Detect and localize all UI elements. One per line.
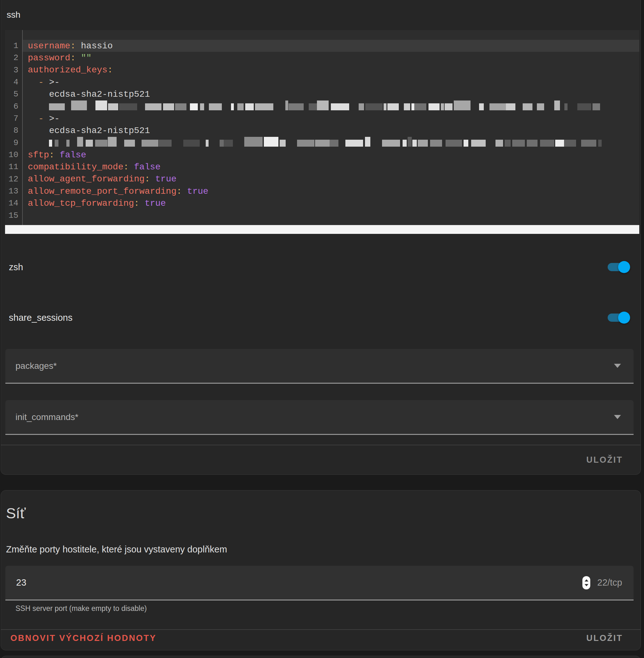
redacted-key-blur (49, 100, 639, 113)
save-network-button[interactable]: ULOŽIT (586, 633, 623, 643)
ssh-config-card: ssh 123456789101112131415 username: hass… (1, 0, 641, 475)
code-line: authorized_keys: (23, 64, 639, 76)
line-number: 6 (5, 100, 22, 113)
gutter: 123456789101112131415 (5, 30, 23, 234)
code-line: compatibility_mode: false (23, 161, 639, 173)
share-sessions-row: share_sessions (9, 308, 627, 327)
line-number: 11 (5, 161, 22, 173)
code-line: sftp: false (23, 149, 639, 161)
code-line (23, 209, 639, 222)
code-line: password: "" (23, 52, 639, 64)
container-port-label: 22/tcp (597, 577, 622, 588)
line-number: 15 (5, 209, 22, 222)
save-config-button[interactable]: ULOŽIT (586, 455, 623, 465)
line-number: 12 (5, 173, 22, 185)
line-number: 10 (5, 149, 22, 161)
line-number: 5 (5, 88, 22, 100)
line-number: 4 (5, 76, 22, 88)
zsh-row: zsh (9, 257, 627, 276)
code-line: - >- (23, 113, 639, 124)
chevron-down-icon (614, 415, 621, 419)
code-line: ecdsa-sha2-nistp521 (23, 88, 639, 100)
ssh-option-label: ssh (7, 10, 21, 20)
network-title: Síť (6, 504, 26, 522)
network-card: Síť Změňte porty hostitele, které jsou v… (1, 490, 641, 651)
chevron-down-icon (614, 364, 621, 368)
zsh-toggle[interactable] (608, 263, 627, 271)
zsh-label: zsh (9, 262, 23, 272)
number-stepper[interactable] (582, 576, 590, 589)
code-line: allow_tcp_forwarding: true (23, 197, 639, 209)
port-helper-text: SSH server port (make empty to disable) (16, 604, 146, 613)
code-line: allow_remote_port_forwarding: true (23, 185, 639, 197)
stepper-up-icon (584, 579, 589, 582)
line-number: 3 (5, 64, 22, 76)
code-line: - >- (23, 76, 639, 88)
yaml-code-editor[interactable]: 123456789101112131415 username: hassiopa… (5, 30, 639, 234)
packages-select[interactable]: packages* (5, 349, 634, 384)
footer-divider (1, 445, 641, 445)
ssh-port-input[interactable] (16, 577, 582, 588)
line-number: 14 (5, 197, 22, 209)
code-line: username: hassio (23, 40, 639, 52)
line-number: 1 (5, 40, 22, 52)
editor-horizontal-scrollbar[interactable] (5, 225, 639, 234)
line-number: 2 (5, 52, 22, 64)
code-line: ecdsa-sha2-nistp521 (23, 124, 639, 137)
redacted-key-blur (49, 137, 639, 149)
code-lines: username: hassiopassword: ""authorized_k… (23, 30, 639, 234)
toggle-thumb (618, 261, 630, 273)
code-line: allow_agent_forwarding: true (23, 173, 639, 185)
init-commands-select[interactable]: init_commands* (5, 400, 634, 435)
line-number: 8 (5, 124, 22, 137)
line-number: 7 (5, 113, 22, 124)
init-commands-label: init_commands* (16, 412, 78, 422)
toggle-thumb (618, 312, 630, 324)
line-number: 9 (5, 137, 22, 149)
footer-divider (1, 629, 641, 630)
share-sessions-label: share_sessions (9, 313, 73, 323)
code-line (23, 100, 639, 113)
next-card-edge (1, 656, 641, 658)
line-number: 13 (5, 185, 22, 197)
reset-defaults-button[interactable]: OBNOVIT VÝCHOZÍ HODNOTY (10, 633, 156, 643)
stepper-down-icon (584, 584, 589, 586)
packages-label: packages* (16, 361, 57, 371)
ssh-port-field: 22/tcp (5, 566, 634, 600)
share-sessions-toggle[interactable] (608, 314, 627, 322)
code-line (23, 137, 639, 149)
network-description: Změňte porty hostitele, které jsou vysta… (6, 544, 227, 555)
